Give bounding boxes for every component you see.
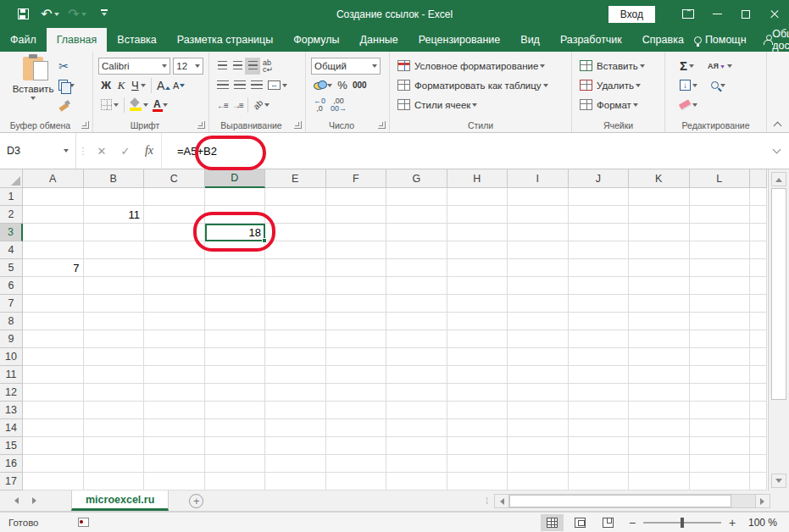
cell-H1[interactable] [447,188,508,206]
cell-E16[interactable] [265,455,326,473]
merge-center-button[interactable] [265,77,290,94]
cell-styles-button[interactable]: Стили ячеек [395,97,480,114]
cell-H3[interactable] [447,224,508,241]
column-header-I[interactable]: I [508,169,569,188]
cell-partial-9[interactable] [750,330,767,348]
cell-A8[interactable] [23,313,84,330]
cell-A12[interactable] [23,384,84,402]
borders-button[interactable] [98,97,121,114]
cell-G11[interactable] [386,366,447,384]
cell-J5[interactable] [569,259,630,277]
cell-partial-10[interactable] [750,348,767,366]
cell-partial-3[interactable] [750,224,767,241]
cell-partial-2[interactable] [750,206,767,224]
bold-button[interactable]: Ж [98,77,114,94]
percent-style-button[interactable]: % [335,77,350,94]
cell-L7[interactable] [690,295,751,313]
cell-L6[interactable] [690,277,751,295]
cell-D8[interactable] [205,313,266,330]
cell-B13[interactable] [84,402,145,419]
cell-K9[interactable] [629,330,690,348]
zoom-in-button[interactable]: + [725,516,740,529]
vertical-scrollbar[interactable] [768,169,789,490]
column-header-H[interactable]: H [447,169,508,188]
cell-G15[interactable] [386,437,447,455]
ribbon-tab-вид[interactable]: Вид [510,28,550,52]
row-header-8[interactable]: 8 [0,313,23,330]
align-top-button[interactable] [214,58,230,75]
cell-G9[interactable] [386,330,447,348]
insert-function-button[interactable]: fx [137,133,161,169]
cell-D9[interactable] [205,330,266,348]
cell-A16[interactable] [23,455,84,473]
cell-A17[interactable] [23,473,84,490]
cell-H15[interactable] [447,437,508,455]
grow-font-button[interactable]: А [154,77,169,94]
font-name-select[interactable]: Calibri [98,58,170,75]
cell-A13[interactable] [23,402,84,419]
cell-I7[interactable] [508,295,569,313]
find-select-button[interactable] [708,77,728,94]
cell-C4[interactable] [144,241,205,259]
cell-L8[interactable] [690,313,751,330]
cell-K16[interactable] [629,455,690,473]
cell-A7[interactable] [23,295,84,313]
cell-I17[interactable] [508,473,569,490]
cell-C16[interactable] [144,455,205,473]
cell-G7[interactable] [386,295,447,313]
cell-C14[interactable] [144,419,205,437]
signin-button[interactable]: Вход [608,6,655,23]
normal-view-button[interactable] [541,514,564,531]
cell-I3[interactable] [508,224,569,241]
cell-C5[interactable] [144,259,205,277]
assistant-button[interactable]: Помощн [694,34,747,46]
cell-partial-6[interactable] [750,277,767,295]
cell-K8[interactable] [629,313,690,330]
cell-B11[interactable] [84,366,145,384]
tab-split-handle[interactable]: ⁞ [486,496,489,506]
cell-L5[interactable] [690,259,751,277]
cell-E14[interactable] [265,419,326,437]
cell-E12[interactable] [265,384,326,402]
decrease-decimal-button[interactable]: ,0000→ [328,97,349,114]
close-button[interactable] [760,0,789,28]
row-header-6[interactable]: 6 [0,277,23,295]
column-header-A[interactable]: A [23,169,84,188]
paste-button[interactable]: Вставить [12,57,54,113]
cell-E2[interactable] [265,206,326,224]
cell-A15[interactable] [23,437,84,455]
cell-D5[interactable] [205,259,266,277]
cell-L3[interactable] [690,224,751,241]
cell-E4[interactable] [265,241,326,259]
font-size-select[interactable]: 12 [173,58,203,75]
cell-E1[interactable] [265,188,326,206]
shrink-font-button[interactable]: А [169,77,185,94]
cell-J12[interactable] [569,384,630,402]
cell-partial-16[interactable] [750,455,767,473]
cell-I15[interactable] [508,437,569,455]
cell-B2[interactable]: 11 [84,206,145,224]
cell-C11[interactable] [144,366,205,384]
page-layout-view-button[interactable] [569,514,592,531]
cell-K5[interactable] [629,259,690,277]
maximize-button[interactable] [731,0,760,28]
share-button[interactable]: Общий доступ [764,28,789,52]
cell-E15[interactable] [265,437,326,455]
cell-partial-8[interactable] [750,313,767,330]
ribbon-tab-главная[interactable]: Главная [47,28,108,52]
cell-E7[interactable] [265,295,326,313]
column-header-G[interactable]: G [386,169,447,188]
cell-A4[interactable] [23,241,84,259]
cut-button[interactable] [56,58,71,75]
cell-G4[interactable] [386,241,447,259]
cell-F16[interactable] [326,455,387,473]
vertical-scroll-thumb[interactable] [771,188,786,400]
cell-E17[interactable] [265,473,326,490]
cell-J8[interactable] [569,313,630,330]
cell-C8[interactable] [144,313,205,330]
ribbon-tab-рецензирование[interactable]: Рецензирование [408,28,511,52]
cell-E8[interactable] [265,313,326,330]
ribbon-tab-разработчик[interactable]: Разработчик [550,28,632,52]
cell-G17[interactable] [386,473,447,490]
cell-B17[interactable] [84,473,145,490]
